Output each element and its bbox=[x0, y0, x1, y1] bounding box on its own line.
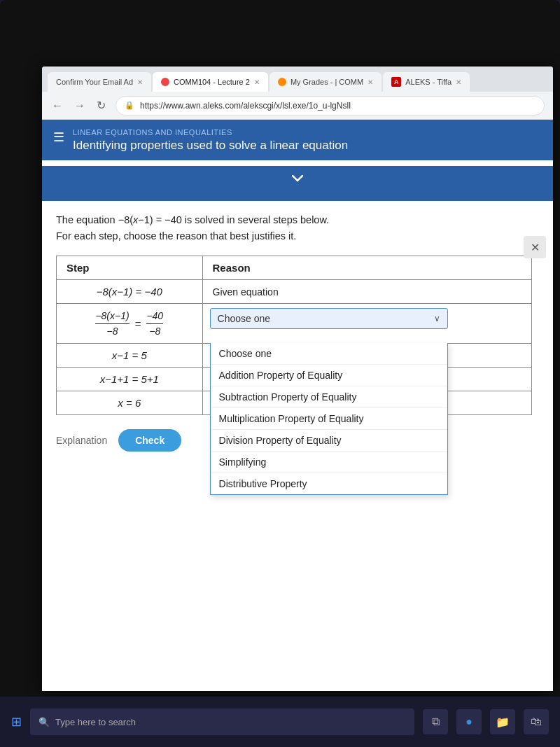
url-text: https://www.awn.aleks.com/alekscgi/x/lsl… bbox=[140, 101, 351, 111]
step-2: −8(x−1) −8 = −40 −8 bbox=[57, 304, 203, 344]
page-content: ☰ LINEAR EQUATIONS AND INEQUALITIES Iden… bbox=[42, 120, 553, 691]
taskbar-folder-icon[interactable]: 📁 bbox=[490, 709, 515, 734]
main-content: ✕ The equation −8(x−1) = −40 is solved i… bbox=[42, 201, 553, 474]
equals-sign: = bbox=[135, 318, 141, 330]
windows-logo-icon[interactable]: ⊞ bbox=[11, 714, 22, 729]
aleks-header: ☰ LINEAR EQUATIONS AND INEQUALITIES Iden… bbox=[42, 120, 553, 160]
dropdown-item-subtraction[interactable]: Subtraction Property of Equality bbox=[211, 386, 447, 408]
expand-button[interactable] bbox=[285, 166, 310, 191]
fraction-line bbox=[95, 323, 129, 324]
fraction-numerator: −8(x−1) bbox=[95, 310, 129, 322]
back-button[interactable]: ← bbox=[50, 98, 64, 113]
taskbar-store-icon[interactable]: 🛍 bbox=[524, 709, 549, 734]
fraction-denominator: −8 bbox=[107, 326, 118, 337]
ad-tab-label: Confirm Your Email Ad bbox=[56, 78, 133, 86]
aleks-tab-icon: A bbox=[391, 77, 401, 87]
step-2-fraction: −8(x−1) −8 = −40 −8 bbox=[95, 310, 163, 337]
section-label: LINEAR EQUATIONS AND INEQUALITIES bbox=[73, 128, 542, 137]
header-text: LINEAR EQUATIONS AND INEQUALITIES Identi… bbox=[73, 128, 542, 153]
forward-button[interactable]: → bbox=[73, 98, 87, 113]
close-x-button[interactable]: ✕ bbox=[524, 236, 546, 258]
math-table: Step Reason −8(x−1) = −40 Given equati bbox=[56, 256, 532, 415]
check-button[interactable]: Check bbox=[118, 429, 181, 452]
dropdown-item-simplifying[interactable]: Simplifying bbox=[211, 452, 447, 473]
search-icon: 🔍 bbox=[38, 717, 50, 727]
step-1-expr: −8(x−1) = −40 bbox=[97, 286, 162, 298]
dropdown-selected-text: Choose one bbox=[218, 313, 271, 324]
taskbar: ⊞ 🔍 Type here to search ⧉ ● 📁 🛍 bbox=[0, 697, 560, 747]
step-4: x−1+1 = 5+1 bbox=[57, 368, 203, 391]
comm104-icon bbox=[161, 78, 169, 86]
chevron-down-icon: ∨ bbox=[434, 314, 440, 323]
refresh-button[interactable]: ↻ bbox=[95, 97, 107, 113]
fraction-right-denominator: −8 bbox=[149, 326, 160, 337]
dropdown-item-distributive[interactable]: Distributive Property bbox=[211, 473, 447, 494]
tab-comm104[interactable]: COMM104 - Lecture 2 ✕ bbox=[153, 72, 268, 92]
tab-grades[interactable]: My Grades - | COMM ✕ bbox=[270, 72, 382, 92]
dropdown-item-addition[interactable]: Addition Property of Equality bbox=[211, 365, 447, 386]
reason-dropdown[interactable]: Choose one ∨ bbox=[210, 308, 448, 329]
hamburger-menu[interactable]: ☰ bbox=[53, 130, 64, 145]
col-reason-header: Reason bbox=[202, 256, 531, 280]
step-1: −8(x−1) = −40 bbox=[57, 280, 203, 304]
table-row: −8(x−1) −8 = −40 −8 bbox=[57, 304, 532, 344]
tab-grades-label: My Grades - | COMM bbox=[290, 78, 363, 86]
tab-close-comm104[interactable]: ✕ bbox=[254, 78, 260, 86]
tab-aleks[interactable]: A ALEKS - Tiffa ✕ bbox=[383, 72, 470, 92]
browser-window: Confirm Your Email Ad ✕ COMM104 - Lectur… bbox=[42, 67, 553, 691]
lock-icon: 🔒 bbox=[125, 101, 134, 110]
taskbar-search-bar[interactable]: 🔍 Type here to search bbox=[30, 708, 414, 735]
dropdown-item-division[interactable]: Division Property of Equality bbox=[211, 430, 447, 452]
grades-icon bbox=[278, 78, 286, 86]
step-3-expr: x−1 = 5 bbox=[112, 349, 147, 361]
tab-close-grades[interactable]: ✕ bbox=[368, 78, 373, 86]
fraction-left: −8(x−1) −8 bbox=[95, 310, 129, 337]
reason-1-text: Given equation bbox=[213, 286, 279, 298]
step-5-expr: x = 6 bbox=[118, 397, 141, 409]
fraction-right-line bbox=[146, 323, 163, 324]
dropdown-menu: Choose one Addition Property of Equality… bbox=[210, 343, 448, 495]
search-placeholder-text: Type here to search bbox=[55, 717, 136, 727]
col-step-header: Step bbox=[57, 256, 203, 280]
chevron-down-icon bbox=[292, 175, 303, 182]
reason-1: Given equation bbox=[202, 280, 531, 304]
reason-2-dropdown-cell: Choose one ∨ Choose one Addition Propert… bbox=[202, 304, 531, 344]
dropdown-item-multiplication[interactable]: Multiplication Property of Equality bbox=[211, 408, 447, 430]
tab-close-aleks[interactable]: ✕ bbox=[456, 78, 461, 86]
step-5: x = 6 bbox=[57, 391, 203, 415]
problem-statement: The equation −8(x−1) = −40 is solved in … bbox=[56, 212, 539, 244]
url-bar[interactable]: 🔒 https://www.awn.aleks.com/alekscgi/x/l… bbox=[115, 96, 545, 116]
page-title: Identifying properties used to solve a l… bbox=[73, 138, 542, 153]
fraction-right: −40 −8 bbox=[146, 310, 163, 337]
taskbar-edge-icon[interactable]: ● bbox=[456, 709, 482, 734]
tab-bar: Confirm Your Email Ad ✕ COMM104 - Lectur… bbox=[42, 67, 553, 92]
tab-close-ad[interactable]: ✕ bbox=[137, 78, 143, 86]
tab-aleks-label: ALEKS - Tiffa bbox=[405, 78, 451, 86]
step-4-expr: x−1+1 = 5+1 bbox=[100, 373, 159, 385]
taskbar-taskview-icon[interactable]: ⧉ bbox=[423, 709, 448, 734]
table-row: −8(x−1) = −40 Given equation bbox=[57, 280, 532, 304]
step-3: x−1 = 5 bbox=[57, 344, 203, 368]
explanation-link[interactable]: Explanation bbox=[56, 435, 107, 446]
fraction-right-numerator: −40 bbox=[146, 310, 163, 322]
tab-comm104-label: COMM104 - Lecture 2 bbox=[174, 78, 250, 86]
dropdown-item-choose-one[interactable]: Choose one bbox=[211, 343, 447, 365]
address-bar: ← → ↻ 🔒 https://www.awn.aleks.com/aleksc… bbox=[42, 92, 553, 120]
tab-ad[interactable]: Confirm Your Email Ad ✕ bbox=[48, 72, 151, 92]
